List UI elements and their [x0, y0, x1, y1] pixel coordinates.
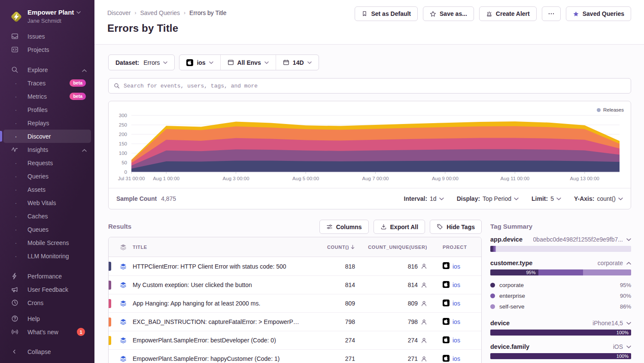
- sidebar-item-caches[interactable]: ·Caches: [3, 209, 91, 223]
- svg-text:Aug 11 00:00: Aug 11 00:00: [501, 176, 530, 181]
- sidebar-item-insights[interactable]: Insights: [3, 143, 91, 156]
- breadcrumb: Discover › Saved Queries › Errors by Tit…: [107, 9, 226, 16]
- sidebar-item-performance[interactable]: Performance: [3, 269, 91, 283]
- apple-platform-icon: [443, 336, 450, 345]
- sidebar-item-requests[interactable]: ·Requests: [3, 156, 91, 169]
- table-row: HTTPClientError: HTTP Client Error with …: [109, 257, 481, 275]
- star-outline-icon: [430, 11, 436, 17]
- sidebar-item-explore[interactable]: Explore: [3, 63, 91, 76]
- sidebar-item-label: LLM Monitoring: [27, 253, 91, 260]
- svg-text:50: 50: [122, 160, 127, 165]
- more-options-button[interactable]: [542, 6, 561, 21]
- sidebar-item-discover[interactable]: ·Discover: [3, 130, 91, 143]
- sidebar-item-label: Help: [27, 315, 91, 322]
- column-header-count[interactable]: COUNT(): [304, 245, 355, 250]
- stack-icon[interactable]: [109, 281, 133, 288]
- tag-toggle[interactable]: device.familyiOS: [490, 343, 631, 350]
- tag-toggle[interactable]: deviceiPhone14,5: [490, 320, 631, 327]
- display-dropdown[interactable]: Display:Top Period: [457, 195, 519, 202]
- set-as-default-button[interactable]: Set as Default: [355, 6, 418, 21]
- tag-toggle[interactable]: app.device0baebc0de4982f1255f2e9e9fb7...: [490, 236, 631, 243]
- error-title: EmpowerPlant.SampleError: bestDeveloper …: [133, 337, 304, 344]
- sidebar-item-assets[interactable]: ·Assets: [3, 183, 91, 196]
- sidebar-item-user-feedback[interactable]: User Feedback: [3, 283, 91, 296]
- tag-value-row[interactable]: enterprise90%: [490, 290, 631, 301]
- hide-tags-button[interactable]: Hide Tags: [430, 220, 482, 234]
- sidebar-item-profiles[interactable]: ·Profiles: [3, 103, 91, 116]
- chevron-up-icon: [626, 262, 631, 265]
- column-header-count-unique[interactable]: COUNT_UNIQUE(USER): [355, 245, 427, 250]
- project-filter[interactable]: ios: [179, 55, 220, 70]
- project-link[interactable]: ios: [443, 262, 481, 270]
- sidebar-item-label: Caches: [27, 213, 91, 220]
- column-header-title[interactable]: TITLE: [133, 245, 304, 250]
- column-header-project[interactable]: PROJECT: [443, 245, 481, 250]
- sidebar-item-label: What's new: [27, 329, 77, 336]
- chart-footer: Sample Count 4,875 Interval:1dDisplay:To…: [109, 188, 631, 209]
- interval-dropdown[interactable]: Interval:1d: [404, 195, 444, 202]
- stack-icon[interactable]: [109, 318, 133, 325]
- org-switcher[interactable]: Empower Plant Jane Schmidt: [0, 0, 94, 27]
- sidebar-item-label: Web Vitals: [27, 200, 91, 206]
- sidebar-item-help[interactable]: Help: [3, 312, 91, 325]
- user-icon: [421, 337, 427, 344]
- yaxis-dropdown[interactable]: Y-Axis:count(): [574, 195, 623, 202]
- bullet-icon: ·: [14, 133, 18, 140]
- stack-icon[interactable]: [109, 337, 133, 344]
- project-link[interactable]: ios: [443, 281, 481, 289]
- org-name: Empower Plant: [27, 9, 74, 17]
- chevron-down-icon: [618, 197, 623, 200]
- stack-icon[interactable]: [109, 355, 133, 362]
- project-link[interactable]: ios: [443, 318, 481, 326]
- tag-value-row[interactable]: self-serve86%: [490, 301, 631, 312]
- error-title: EmpowerPlant.SampleError: happyCustomer …: [133, 355, 304, 362]
- dataset-dropdown[interactable]: Dataset: Errors: [109, 55, 174, 70]
- sort-desc-icon: [350, 245, 355, 249]
- sidebar-item-metrics[interactable]: ·Metricsbeta: [3, 90, 91, 103]
- releases-legend-toggle[interactable]: Releases: [597, 107, 624, 112]
- chevron-down-icon: [626, 322, 631, 325]
- sidebar-item-web-vitals[interactable]: ·Web Vitals: [3, 196, 91, 209]
- saved-queries-button[interactable]: Saved Queries: [566, 6, 631, 21]
- tag-value-row[interactable]: corporate95%: [490, 280, 631, 290]
- sidebar-item-queries[interactable]: ·Queries: [3, 169, 91, 183]
- sidebar-item-llm-monitoring[interactable]: ·LLM Monitoring: [3, 249, 91, 263]
- export-all-button[interactable]: Export All: [374, 220, 425, 234]
- date-range-filter[interactable]: 14D: [276, 55, 319, 70]
- create-alert-button[interactable]: Create Alert: [479, 6, 537, 21]
- stack-icon[interactable]: [109, 300, 133, 307]
- sidebar-item-whats-new[interactable]: What's new1: [3, 325, 91, 339]
- stack-icon[interactable]: [109, 263, 133, 270]
- sidebar-item-label: Insights: [27, 146, 82, 153]
- tag-toggle[interactable]: customer.typecorporate: [490, 260, 631, 266]
- project-link[interactable]: ios: [443, 336, 481, 345]
- project-link[interactable]: ios: [443, 299, 481, 308]
- chevron-down-icon: [626, 238, 631, 241]
- bullet-icon: ·: [14, 119, 18, 127]
- chevron-down-icon: [76, 11, 81, 14]
- environment-filter[interactable]: All Envs: [220, 55, 276, 70]
- sidebar-item-label: User Feedback: [27, 286, 91, 293]
- count-value: 274: [304, 337, 355, 344]
- tag-icon: [437, 224, 443, 230]
- sidebar-item-issues[interactable]: Issues: [3, 30, 91, 43]
- chevron-down-icon: [264, 61, 269, 64]
- sidebar-item-crons[interactable]: Crons: [3, 296, 91, 309]
- tag-summary-heading: Tag Summary: [490, 223, 631, 230]
- breadcrumb-discover[interactable]: Discover: [107, 9, 131, 16]
- sidebar-item-traces[interactable]: ·Tracesbeta: [3, 76, 91, 90]
- search-input[interactable]: [124, 83, 626, 89]
- limit-dropdown[interactable]: Limit:5: [532, 195, 561, 202]
- sidebar-collapse-button[interactable]: Collapse: [3, 345, 91, 358]
- sidebar-item-queues[interactable]: ·Queues: [3, 223, 91, 236]
- breadcrumb-saved-queries[interactable]: Saved Queries: [140, 9, 180, 16]
- sidebar-item-projects[interactable]: Projects: [3, 43, 91, 56]
- breadcrumb-current: Errors by Title: [189, 9, 226, 16]
- columns-button[interactable]: Columns: [319, 220, 369, 234]
- sidebar-item-replays[interactable]: ·Replays: [3, 116, 91, 130]
- tag-value-dot-icon: [490, 304, 495, 309]
- save-as-button[interactable]: Save as...: [423, 6, 474, 21]
- tag-distribution-bar: 100%: [490, 330, 631, 336]
- project-link[interactable]: ios: [443, 355, 481, 363]
- sidebar-item-mobile-screens[interactable]: ·Mobile Screens: [3, 236, 91, 249]
